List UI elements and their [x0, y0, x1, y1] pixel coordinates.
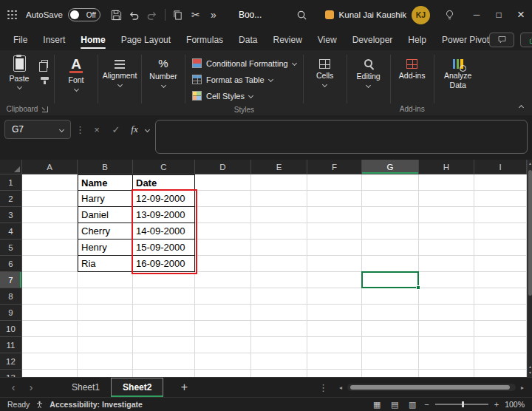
row-header-8[interactable]: 8	[0, 288, 22, 305]
cell-E9[interactable]	[251, 305, 307, 321]
cell-D7[interactable]	[195, 272, 251, 288]
cell-H7[interactable]	[419, 272, 474, 288]
cancel-button[interactable]: ×	[89, 120, 104, 139]
cell-B12[interactable]	[78, 353, 133, 370]
cell-E2[interactable]	[251, 191, 307, 207]
cell-G3[interactable]	[362, 207, 419, 223]
menu-tab-data[interactable]: Data	[239, 30, 257, 50]
cell-F6[interactable]	[307, 256, 362, 272]
column-header-D[interactable]: D	[195, 160, 251, 174]
scroll-split-up-icon[interactable]: ▴	[528, 364, 532, 370]
cell-D11[interactable]	[195, 337, 251, 353]
cell-H5[interactable]	[419, 240, 474, 256]
menu-tab-file[interactable]: File	[13, 30, 27, 50]
conditional-formatting-button[interactable]: Conditional Formatting	[189, 55, 299, 71]
cell-I12[interactable]	[474, 353, 527, 370]
cell-F2[interactable]	[307, 191, 362, 207]
cell-I11[interactable]	[474, 337, 527, 353]
cell-D12[interactable]	[195, 353, 251, 370]
cell-I5[interactable]	[474, 240, 527, 256]
zoom-slider-thumb[interactable]	[462, 401, 464, 407]
column-header-E[interactable]: E	[251, 160, 307, 174]
minimize-button[interactable]: ─	[466, 0, 488, 30]
accessibility-status[interactable]: Accessibility: Investigate	[50, 400, 142, 409]
cell-I4[interactable]	[474, 223, 527, 240]
formula-input[interactable]	[155, 120, 528, 154]
scroll-up-icon[interactable]: ▴	[528, 161, 532, 166]
column-header-B[interactable]: B	[78, 160, 133, 174]
cell-I2[interactable]	[474, 191, 527, 207]
cell-A11[interactable]	[22, 337, 78, 353]
editing-button[interactable]: Editing	[351, 54, 386, 115]
cell-E12[interactable]	[251, 353, 307, 370]
search-icon[interactable]	[293, 5, 310, 24]
horizontal-scrollbar[interactable]	[347, 384, 516, 391]
cell-E1[interactable]	[251, 174, 307, 191]
comments-button[interactable]	[489, 33, 514, 47]
menu-tab-view[interactable]: View	[318, 30, 337, 50]
cell-A10[interactable]	[22, 321, 78, 337]
redo-icon[interactable]	[143, 5, 161, 24]
vertical-scroll-thumb[interactable]	[528, 170, 532, 296]
cell-F11[interactable]	[307, 337, 362, 353]
cell-C4[interactable]: 14-09-2000	[133, 223, 195, 240]
menu-tab-developer[interactable]: Developer	[352, 30, 393, 50]
cell-B11[interactable]	[78, 337, 133, 353]
row-header-12[interactable]: 12	[0, 353, 22, 370]
cell-C8[interactable]	[133, 288, 195, 305]
cell-H13[interactable]	[419, 370, 474, 377]
cell-H10[interactable]	[419, 321, 474, 337]
zoom-out-button[interactable]: −	[424, 400, 429, 409]
enter-button[interactable]: ✓	[109, 120, 123, 139]
cell-G5[interactable]	[362, 240, 419, 256]
cell-D2[interactable]	[195, 191, 251, 207]
cell-E8[interactable]	[251, 288, 307, 305]
cell-C12[interactable]	[133, 353, 195, 370]
cell-F8[interactable]	[307, 288, 362, 305]
close-button[interactable]: ×	[510, 0, 532, 30]
insert-function-button[interactable]: fx	[128, 120, 141, 139]
maximize-button[interactable]: □	[488, 0, 510, 30]
cell-E4[interactable]	[251, 223, 307, 240]
cell-B2[interactable]: Harry	[78, 191, 133, 207]
number-button[interactable]: % Number	[146, 54, 181, 115]
cell-B5[interactable]: Henry	[78, 240, 133, 256]
cell-B7[interactable]	[78, 272, 133, 288]
menu-tab-power-pivot[interactable]: Power Pivot	[442, 30, 489, 50]
cell-B9[interactable]	[78, 305, 133, 321]
cell-C5[interactable]: 15-09-2000	[133, 240, 195, 256]
document-title[interactable]: Boo...	[239, 10, 262, 20]
menu-tab-review[interactable]: Review	[273, 30, 301, 50]
cell-H2[interactable]	[419, 191, 474, 207]
cell-G1[interactable]	[362, 174, 419, 191]
horizontal-scroll-thumb[interactable]	[350, 385, 510, 390]
cell-C7[interactable]	[133, 272, 195, 288]
page-break-preview-icon[interactable]: ▥	[406, 400, 418, 410]
cell-I9[interactable]	[474, 305, 527, 321]
autosave-toggle[interactable]: Off	[68, 8, 100, 21]
cell-C6[interactable]: 16-09-2000	[133, 256, 195, 272]
cell-E11[interactable]	[251, 337, 307, 353]
cell-D1[interactable]	[195, 174, 251, 191]
avatar[interactable]: KJ	[412, 6, 430, 24]
cell-E7[interactable]	[251, 272, 307, 288]
cell-D9[interactable]	[195, 305, 251, 321]
cell-I6[interactable]	[474, 256, 527, 272]
menu-tab-insert[interactable]: Insert	[43, 30, 65, 50]
cell-B6[interactable]: Ria	[78, 256, 133, 272]
share-button[interactable]	[520, 33, 532, 47]
sheet-tab-sheet2[interactable]: Sheet2	[111, 378, 163, 397]
sheet-tab-sheet1[interactable]: Sheet1	[61, 378, 111, 397]
cell-F10[interactable]	[307, 321, 362, 337]
cell-B3[interactable]: Daniel	[78, 207, 133, 223]
cell-C11[interactable]	[133, 337, 195, 353]
format-painter-button[interactable]	[38, 75, 50, 85]
cell-G12[interactable]	[362, 353, 419, 370]
cell-E10[interactable]	[251, 321, 307, 337]
row-header-3[interactable]: 3	[0, 207, 22, 223]
addins-button[interactable]: Add-ins	[395, 54, 430, 81]
column-header-I[interactable]: I	[474, 160, 527, 174]
cell-E6[interactable]	[251, 256, 307, 272]
cell-C9[interactable]	[133, 305, 195, 321]
select-all-corner[interactable]	[0, 160, 22, 174]
